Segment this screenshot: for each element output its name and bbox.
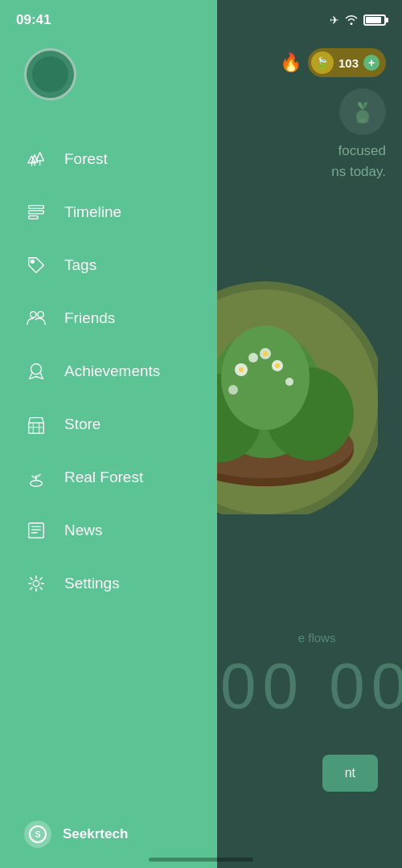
news-label: News xyxy=(64,522,103,539)
svg-rect-33 xyxy=(29,423,44,433)
achievements-label: Achievements xyxy=(64,362,160,380)
real-forest-label: Real Forest xyxy=(64,469,143,486)
coin-circle: 🍃 xyxy=(311,51,334,74)
status-time: 09:41 xyxy=(16,12,51,28)
friends-label: Friends xyxy=(64,309,115,327)
coin-badge[interactable]: 🍃 103 + xyxy=(308,48,386,77)
flame-icon: 🔥 xyxy=(280,52,302,73)
svg-point-2 xyxy=(356,119,369,124)
status-bar: 09:41 ✈ xyxy=(0,0,402,40)
coin-count: 103 xyxy=(338,56,359,70)
add-coin-button[interactable]: + xyxy=(363,55,379,71)
plant-icon xyxy=(350,99,375,125)
timer-area: e flows 00 00 xyxy=(220,631,402,723)
real-forest-icon xyxy=(24,465,48,489)
home-indicator xyxy=(149,858,253,862)
svg-rect-26 xyxy=(29,206,44,209)
sidebar-item-real-forest[interactable]: Real Forest xyxy=(0,451,217,504)
svg-rect-27 xyxy=(29,211,44,214)
sidebar-item-tags[interactable]: Tags xyxy=(0,239,217,292)
battery-icon xyxy=(363,14,386,26)
timer-label: e flows xyxy=(220,631,402,645)
svg-point-18 xyxy=(275,363,280,368)
user-avatar[interactable] xyxy=(24,48,76,100)
svg-rect-39 xyxy=(29,523,44,538)
sidebar-nav: Forest Timeline Tags xyxy=(0,125,217,800)
wifi-icon xyxy=(344,14,359,27)
achievements-icon xyxy=(24,359,48,383)
svg-marker-22 xyxy=(36,153,43,161)
sidebar-item-friends[interactable]: Friends xyxy=(0,292,217,345)
avatar-inner xyxy=(32,56,68,92)
svg-point-29 xyxy=(31,260,35,264)
timeline-label: Timeline xyxy=(64,203,121,221)
sidebar-item-forest[interactable]: Forest xyxy=(0,133,217,186)
sidebar-item-achievements[interactable]: Achievements xyxy=(0,345,217,398)
settings-label: Settings xyxy=(64,575,120,592)
leaf-icon: 🍃 xyxy=(315,56,329,69)
news-icon xyxy=(24,518,48,542)
airplane-icon: ✈ xyxy=(330,14,339,27)
forest-label: Forest xyxy=(64,150,108,168)
settings-icon xyxy=(24,571,48,596)
focused-text: focused ns today. xyxy=(331,141,386,182)
svg-text:S: S xyxy=(35,830,41,839)
forest-icon xyxy=(24,147,48,171)
svg-point-15 xyxy=(228,385,238,395)
svg-rect-28 xyxy=(29,216,38,219)
timer-display: 00 00 xyxy=(220,649,402,723)
seekrtech-logo-icon: S xyxy=(29,825,47,843)
svg-point-12 xyxy=(248,353,258,362)
svg-point-32 xyxy=(31,364,42,375)
sidebar-item-settings[interactable]: Settings xyxy=(0,557,217,610)
store-icon xyxy=(24,412,48,436)
seekrtech-logo: S xyxy=(24,821,51,848)
app-header-coins: 🔥 🍃 103 + xyxy=(280,48,386,77)
svg-point-43 xyxy=(33,580,39,586)
sidebar-drawer: Forest Timeline Tags xyxy=(0,0,217,868)
sidebar-item-news[interactable]: News xyxy=(0,504,217,557)
svg-point-19 xyxy=(263,351,268,356)
start-button[interactable]: nt xyxy=(322,755,378,792)
svg-point-17 xyxy=(239,367,244,372)
svg-point-37 xyxy=(31,481,43,486)
svg-point-30 xyxy=(31,312,36,317)
plant-avatar[interactable] xyxy=(339,88,386,135)
friends-icon xyxy=(24,306,48,330)
status-icons: ✈ xyxy=(330,14,386,27)
svg-point-14 xyxy=(285,378,293,386)
sidebar-item-timeline[interactable]: Timeline xyxy=(0,186,217,239)
timeline-icon xyxy=(24,200,48,224)
svg-point-10 xyxy=(221,326,310,430)
tags-icon xyxy=(24,253,48,277)
store-label: Store xyxy=(64,416,100,433)
svg-point-31 xyxy=(38,312,43,317)
seekrtech-name: Seekrtech xyxy=(63,826,128,842)
tags-label: Tags xyxy=(64,256,96,274)
sidebar-item-store[interactable]: Store xyxy=(0,398,217,451)
